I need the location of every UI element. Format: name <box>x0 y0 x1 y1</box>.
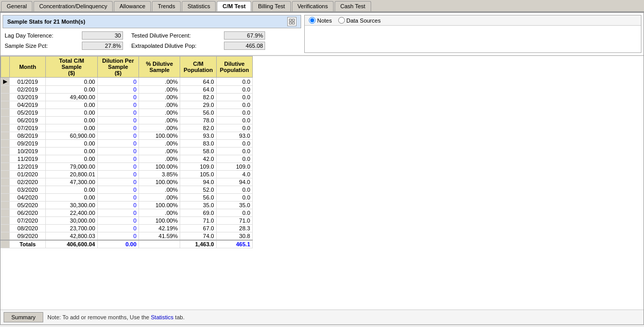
row-arrow <box>1 101 10 109</box>
row-arrow <box>1 225 10 232</box>
tab-trends[interactable]: Trends <box>152 1 181 11</box>
row-arrow: ▶ <box>1 78 10 86</box>
table-section: Month Total C/MSample($) Dilution PerSam… <box>1 56 643 310</box>
tabs-bar: General Concentration/Delinquency Allowa… <box>0 0 644 12</box>
table-row[interactable]: 04/20200.000.00%56.00.0 <box>1 194 253 202</box>
table-row[interactable]: 12/201979,000.000100.00%109.0109.0 <box>1 163 253 171</box>
tab-cm-test[interactable]: C/M Test <box>217 1 251 11</box>
sample-stats-title: Sample Stats for 21 Month(s) <box>7 19 85 25</box>
table-row[interactable]: 09/202042,800.03041.59%74.030.8 <box>1 232 253 241</box>
row-arrow <box>1 209 10 217</box>
row-arrow <box>1 163 10 171</box>
radio-data-sources[interactable]: Data Sources <box>338 17 381 24</box>
sample-stats-header: Sample Stats for 21 Month(s) <box>3 15 301 28</box>
radio-notes[interactable]: Notes <box>309 17 332 24</box>
tested-dilutive-value: 67.9% <box>224 31 265 40</box>
row-arrow <box>1 140 10 148</box>
row-arrow <box>1 117 10 124</box>
grid-icon-button[interactable] <box>287 17 297 26</box>
row-arrow <box>1 86 10 94</box>
sample-size-label: Sample Size Pct: <box>5 43 82 49</box>
col-cm-pop: C/MPopulation <box>180 57 216 78</box>
lag-day-row: Lag Day Tolerence: 30 Tested Dilutive Pe… <box>5 31 299 40</box>
table-row[interactable]: 04/20190.000.00%29.00.0 <box>1 101 253 109</box>
table-row[interactable]: 10/20190.000.00%58.00.0 <box>1 148 253 155</box>
svg-rect-2 <box>289 22 291 24</box>
tab-verifications[interactable]: Verifications <box>292 1 334 11</box>
row-arrow <box>1 124 10 132</box>
row-arrow <box>1 202 10 209</box>
table-row[interactable]: 08/202023,700.00042.19%67.028.3 <box>1 225 253 232</box>
lag-day-label: Lag Day Tolerence: <box>5 32 82 39</box>
notes-area <box>305 26 641 52</box>
col-dilution-per: Dilution PerSample($) <box>97 57 138 78</box>
row-arrow <box>1 148 10 155</box>
tested-dilutive-label: Tested Dilutive Percent: <box>131 32 224 39</box>
table-row[interactable]: 07/20190.000.00%82.00.0 <box>1 124 253 132</box>
main-content: Sample Stats for 21 Month(s) Lag Day Tol… <box>0 12 644 325</box>
col-pct-dilutive: % DilutiveSample <box>139 57 180 78</box>
col-total-cm: Total C/MSample($) <box>46 57 97 78</box>
right-panel: Notes Data Sources <box>304 15 641 53</box>
sample-size-row: Sample Size Pct: 27.8% Extrapolated Dilu… <box>5 42 299 50</box>
table-row[interactable]: 06/20190.000.00%78.00.0 <box>1 117 253 124</box>
table-row[interactable]: 03/20200.000.00%52.00.0 <box>1 186 253 194</box>
row-arrow <box>1 194 10 202</box>
table-row[interactable]: 06/202022,400.000.00%69.00.0 <box>1 209 253 217</box>
totals-row: Totals406,600.040.001,463.0465.1 <box>1 240 253 248</box>
top-section: Sample Stats for 21 Month(s) Lag Day Tol… <box>1 13 643 56</box>
data-table: Month Total C/MSample($) Dilution PerSam… <box>1 56 253 248</box>
row-arrow <box>1 232 10 241</box>
table-row[interactable]: 05/202030,300.000100.00%35.035.0 <box>1 202 253 209</box>
tab-concentration[interactable]: Concentration/Delinquency <box>33 1 113 11</box>
extrapolated-label: Extrapolated Dilutive Pop: <box>131 43 224 49</box>
sample-size-value: 27.8% <box>82 42 123 50</box>
table-row[interactable]: ▶01/20190.000.00%64.00.0 <box>1 78 253 86</box>
svg-rect-0 <box>289 19 291 21</box>
table-row[interactable]: 05/20190.000.00%56.00.0 <box>1 109 253 117</box>
radio-row: Notes Data Sources <box>305 15 641 26</box>
row-arrow <box>1 171 10 178</box>
table-row[interactable]: 03/201949,400.000.00%82.00.0 <box>1 94 253 101</box>
table-row[interactable]: 09/20190.000.00%83.00.0 <box>1 140 253 148</box>
tab-general[interactable]: General <box>1 1 32 11</box>
table-row[interactable]: 08/201960,900.000100.00%93.093.0 <box>1 132 253 140</box>
row-arrow <box>1 94 10 101</box>
lag-day-value: 30 <box>82 31 123 40</box>
svg-rect-1 <box>292 19 294 21</box>
col-dil-pop: DilutivePopulation <box>216 57 252 78</box>
table-row[interactable]: 01/202020,800.0103.85%105.04.0 <box>1 171 253 178</box>
left-panel: Sample Stats for 21 Month(s) Lag Day Tol… <box>3 15 301 53</box>
row-arrow <box>1 132 10 140</box>
tab-billing-test[interactable]: Billing Test <box>252 1 290 11</box>
table-row[interactable]: 11/20190.000.00%42.00.0 <box>1 155 253 163</box>
summary-button[interactable]: Summary <box>4 312 43 322</box>
row-arrow <box>1 186 10 194</box>
table-row[interactable]: 07/202030,000.000100.00%71.071.0 <box>1 217 253 225</box>
table-row[interactable]: 02/20190.000.00%64.00.0 <box>1 86 253 94</box>
table-row[interactable]: 02/202047,300.000100.00%94.094.0 <box>1 178 253 186</box>
row-arrow <box>1 109 10 117</box>
col-month: Month <box>10 57 46 78</box>
statistics-link[interactable]: Statistics <box>151 314 173 320</box>
bottom-bar: Summary Note: To add or remove months, U… <box>1 310 643 324</box>
row-arrow <box>1 217 10 225</box>
col-indicator <box>1 57 10 78</box>
tab-allowance[interactable]: Allowance <box>114 1 151 11</box>
note-text: Note: To add or remove months, Use the S… <box>47 314 184 320</box>
extrapolated-value: 465.08 <box>224 42 265 50</box>
svg-rect-3 <box>292 22 294 24</box>
form-rows: Lag Day Tolerence: 30 Tested Dilutive Pe… <box>3 30 301 53</box>
row-arrow <box>1 155 10 163</box>
row-arrow <box>1 178 10 186</box>
tab-statistics[interactable]: Statistics <box>182 1 216 11</box>
tab-cash-test[interactable]: Cash Test <box>335 1 371 11</box>
